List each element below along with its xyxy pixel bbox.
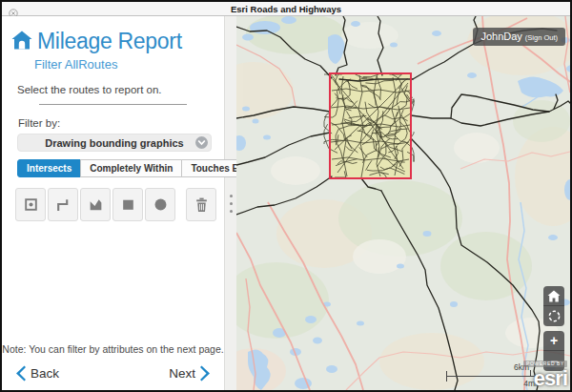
panel-header: Mileage Report (11, 29, 224, 54)
dropdown-selected-value: Drawing bounding graphics (18, 134, 211, 152)
title-bar: Esri Roads and Highways (2, 2, 570, 16)
rectangle-icon (120, 196, 136, 213)
home-icon (547, 290, 561, 302)
note-text: Note: You can filter by attributes on th… (2, 343, 224, 355)
splitter-dot (230, 195, 233, 197)
trash-icon (194, 196, 210, 213)
next-label: Next (169, 366, 195, 381)
next-button[interactable]: Next (169, 365, 212, 382)
draw-polyline-button[interactable] (48, 188, 78, 221)
esri-logo: POWERED BY esri (523, 353, 567, 389)
back-button[interactable]: Back (14, 365, 59, 382)
splitter-dot (230, 202, 233, 205)
point-icon (23, 196, 39, 213)
wizard-nav: Back Next (14, 365, 212, 382)
draw-toolbar (15, 188, 224, 221)
polygon-icon (88, 196, 104, 213)
clear-graphics-button[interactable] (186, 188, 216, 221)
chevron-right-icon (200, 365, 212, 382)
sign-out-label: (Sign Out) (525, 33, 558, 42)
scale-tick (446, 371, 447, 382)
locate-icon (547, 309, 562, 323)
page-subtitle: Filter AllRoutes (34, 57, 224, 72)
polyline-icon (55, 196, 72, 213)
mileage-report-panel: Mileage Report Filter AllRoutes Select t… (2, 16, 224, 390)
page-title: Mileage Report (37, 29, 182, 54)
app-window: Esri Roads and Highways Mileage Report F… (0, 0, 572, 392)
nav-control-group (543, 286, 564, 326)
splitter-dot (230, 210, 233, 213)
user-sign-out-button[interactable]: JohnDay(Sign Out) (473, 28, 565, 46)
back-label: Back (31, 366, 59, 381)
close-icon[interactable] (9, 5, 18, 14)
main-content: Mileage Report Filter AllRoutes Select t… (2, 16, 570, 390)
zoom-in-button[interactable]: + (543, 331, 564, 351)
draw-rectangle-button[interactable] (112, 188, 143, 221)
tab-intersects[interactable]: Intersects (17, 159, 81, 177)
divider-line (39, 104, 187, 105)
filter-method-dropdown[interactable]: Drawing bounding graphics (17, 134, 212, 152)
tab-completely-within[interactable]: Completely Within (80, 159, 182, 177)
chevron-down-icon (195, 136, 208, 149)
panel-splitter-handle[interactable] (224, 16, 236, 390)
draw-point-button[interactable] (15, 188, 46, 221)
user-name: JohnDay (480, 31, 521, 42)
locate-button[interactable] (543, 306, 564, 326)
filter-by-label: Filter by: (18, 117, 224, 129)
instruction-text: Select the routes to report on. (17, 84, 224, 95)
home-icon (11, 31, 32, 53)
map-canvas[interactable]: JohnDay(Sign Out) + (236, 16, 570, 390)
draw-polygon-button[interactable] (80, 188, 111, 221)
circle-icon (153, 196, 169, 213)
home-extent-button[interactable] (543, 286, 564, 306)
spatial-relation-tabs: Intersects Completely Within Touches Edg… (17, 159, 224, 177)
chevron-left-icon (14, 365, 26, 382)
esri-brand-label: esri (534, 366, 567, 390)
draw-circle-button[interactable] (145, 188, 175, 221)
basemap (236, 16, 570, 390)
app-title: Esri Roads and Highways (231, 4, 341, 14)
